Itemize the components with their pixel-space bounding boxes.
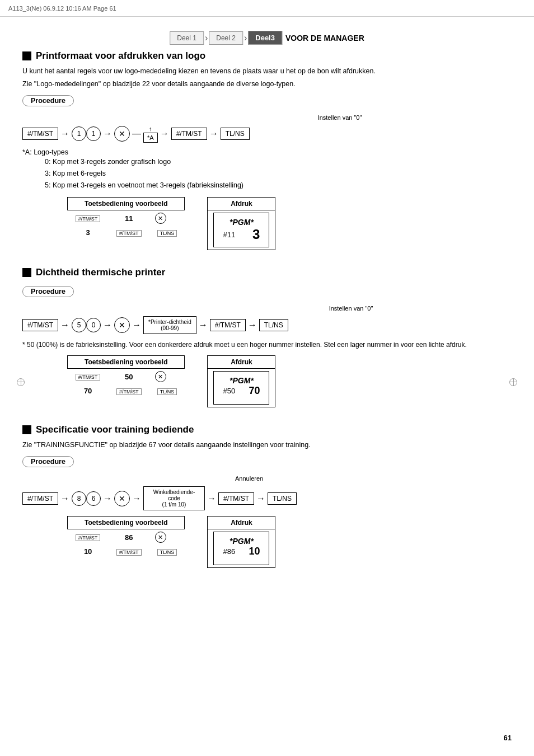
ex2-row1-x: ✕ xyxy=(149,369,185,385)
section1-square xyxy=(22,51,31,60)
ex1-row1-x: ✕ xyxy=(149,210,185,227)
ex1-row2-tl: TL/NS xyxy=(149,226,185,239)
section3-flow: #/TM/ST → 8 6 → ✕ → Winkelbediende-code … xyxy=(22,486,512,510)
crosshair-left xyxy=(17,378,25,386)
section2-example-right: Afdruk *PGM* #50 70 xyxy=(207,355,275,407)
ex3-row2-key: #/TM/ST xyxy=(109,545,149,558)
ex3-row2-num: 10 xyxy=(68,545,109,558)
section1-footnote-items: 0: Kop met 3-regels zonder grafisch logo… xyxy=(45,156,512,192)
section1-flow: #/TM/ST → 1 1 → ✕ — ↑ xyxy=(22,125,512,143)
flow2-box3: TL/NS xyxy=(259,319,288,331)
flow1-box3: TL/NS xyxy=(221,128,250,140)
afdruk1-pgm: *PGM* xyxy=(223,218,260,227)
afdruk2-line2: #50 xyxy=(223,387,235,395)
tab-deel2[interactable]: Deel 2 xyxy=(209,31,243,45)
section1-title: Printformaat voor afdrukken van logo xyxy=(22,50,512,62)
section1-footnote: *A: Logo-types 0: Kop met 3-regels zonde… xyxy=(22,148,512,192)
section3-example-left: Toetsbediening voorbeeld #/TM/ST 86 ✕ xyxy=(67,516,185,568)
flow2-box1: #/TM/ST xyxy=(22,319,58,331)
section3-square xyxy=(22,425,31,434)
section3-afdruk-cell: *PGM* #86 10 xyxy=(208,529,275,568)
section1-example-right: Afdruk *PGM* #11 3 xyxy=(207,197,275,250)
flow1-arrow5: → xyxy=(209,129,218,139)
section1-desc2: Zie "Logo-mededelingen" op bladzijde 22 … xyxy=(22,79,512,90)
page-container: A113_3(Ne) 06.9.12 10:16 AM Page 61 Deel… xyxy=(0,0,534,756)
section2-example-left: Toetsbediening voorbeeld #/TM/ST 50 ✕ xyxy=(67,355,185,407)
flow2-arrow5: → xyxy=(248,320,257,330)
flow3-box2: #/TM/ST xyxy=(218,492,254,505)
flow1-arrow4: → xyxy=(160,129,169,139)
section2-afdruk-table: Afdruk *PGM* #50 70 xyxy=(207,355,275,407)
section3-afdruk-table: Afdruk *PGM* #86 10 xyxy=(207,516,275,568)
nav-arrow1: › xyxy=(205,33,208,43)
flow3-arrow4: → xyxy=(207,494,216,504)
section1-example-table: Toetsbediening voorbeeld #/TM/ST 11 ✕ xyxy=(67,197,185,239)
flow2-arrow1: → xyxy=(60,320,69,330)
section2-title: Dichtheid thermische printer xyxy=(22,267,512,278)
section1-example-header-left: Toetsbediening voorbeeld xyxy=(68,198,185,210)
afdruk1-num: 3 xyxy=(252,227,260,242)
section1-footnote-header: *A: Logo-types xyxy=(22,148,512,156)
flow3-xcircle: ✕ xyxy=(114,491,130,506)
ex3-row1-key: #/TM/ST xyxy=(68,529,109,546)
ex3-row2-tl: TL/NS xyxy=(149,545,185,558)
flow3-arrow3: → xyxy=(132,494,141,504)
flow1-circle2: 1 xyxy=(86,126,101,141)
crosshair-right xyxy=(509,378,517,386)
flow2-arrow4: → xyxy=(199,320,208,330)
flow3-arrow2: → xyxy=(103,494,112,504)
header-bar: A113_3(Ne) 06.9.12 10:16 AM Page 61 xyxy=(0,0,534,17)
afdruk3-line2: #86 xyxy=(223,547,235,556)
ex3-row1-num: 86 xyxy=(109,529,149,546)
section1-afdruk-table: Afdruk *PGM* #11 3 xyxy=(207,197,275,250)
flow3-box3: TL/NS xyxy=(268,492,297,505)
flow3-arrow1: → xyxy=(60,494,69,504)
flow1-arrow1: → xyxy=(60,129,69,139)
section3-title: Specificatie voor training bediende xyxy=(22,424,512,435)
section3-example-header-right: Afdruk xyxy=(208,516,275,529)
ex1-row1-num: 11 xyxy=(109,210,149,227)
ex2-row2-tl: TL/NS xyxy=(149,384,185,397)
ex1-row2-key: #/TM/ST xyxy=(109,226,149,239)
flow3-circle1: 8 xyxy=(72,491,86,506)
section3-desc1: Zie "TRAININGSFUNCTIE" op bladzijde 67 v… xyxy=(22,440,512,450)
section-printformaat: Printformaat voor afdrukken van logo U k… xyxy=(22,50,512,250)
flow2-desc-box: *Printer-dichtheid (00-99) xyxy=(143,316,196,334)
flow3-circle2: 6 xyxy=(86,491,101,506)
section1-afdruk-box: *PGM* #11 3 xyxy=(208,210,275,250)
ex3-row1-x: ✕ xyxy=(149,529,185,546)
section3-example: Toetsbediening voorbeeld #/TM/ST 86 ✕ xyxy=(67,516,512,568)
flow3-box1: #/TM/ST xyxy=(22,492,58,505)
ex1-row1-key: #/TM/ST xyxy=(68,210,109,227)
header-text: A113_3(Ne) 06.9.12 10:16 AM Page 61 xyxy=(8,5,116,12)
tab-deel3[interactable]: Deel3 xyxy=(248,31,282,45)
section1-example-left: Toetsbediening voorbeeld #/TM/ST 11 ✕ xyxy=(67,197,185,250)
ex2-row1-num: 50 xyxy=(109,369,149,385)
section3-example-table: Toetsbediening voorbeeld #/TM/ST 86 ✕ xyxy=(67,516,185,558)
footnote-item-1: 3: Kop met 6-regels xyxy=(45,168,512,180)
afdruk2-pgm: *PGM* xyxy=(223,376,260,385)
afdruk1-line2: #11 xyxy=(223,231,235,239)
section2-example-table: Toetsbediening voorbeeld #/TM/ST 50 ✕ xyxy=(67,355,185,397)
flow3-arrow5: → xyxy=(256,494,265,504)
flow2-xcircle: ✕ xyxy=(114,317,130,333)
section1-instellen-label: Instellen van "0" xyxy=(318,114,362,121)
flow2-circle2: 0 xyxy=(86,318,101,332)
section1-example: Toetsbediening voorbeeld #/TM/ST 11 ✕ xyxy=(67,197,512,250)
section3-example-right: Afdruk *PGM* #86 10 xyxy=(207,516,275,568)
nav-arrow2: › xyxy=(244,33,247,43)
section1-procedure-badge: Procedure xyxy=(22,95,74,106)
ex2-row2-num: 70 xyxy=(68,384,109,397)
flow1-box1: #/TM/ST xyxy=(22,128,58,140)
tab-deel1[interactable]: Deel 1 xyxy=(170,31,204,45)
flow2-arrow2: → xyxy=(103,320,112,330)
section1-example-header-right: Afdruk xyxy=(208,198,275,210)
section2-example-header-left: Toetsbediening voorbeeld xyxy=(68,356,185,369)
flow1-arrow3: — xyxy=(132,129,141,139)
nav-tabs: Deel 1 › Deel 2 › Deel3 VOOR DE MANAGER xyxy=(170,31,364,45)
footnote-item-2: 5: Kop met 3-regels en voetnoot met 3-re… xyxy=(45,180,512,191)
afdruk3-pgm: *PGM* xyxy=(223,537,260,546)
ex1-row2-num: 3 xyxy=(68,226,109,239)
flow1-box2: #/TM/ST xyxy=(171,128,207,140)
section2-example-header-right: Afdruk xyxy=(208,356,275,369)
